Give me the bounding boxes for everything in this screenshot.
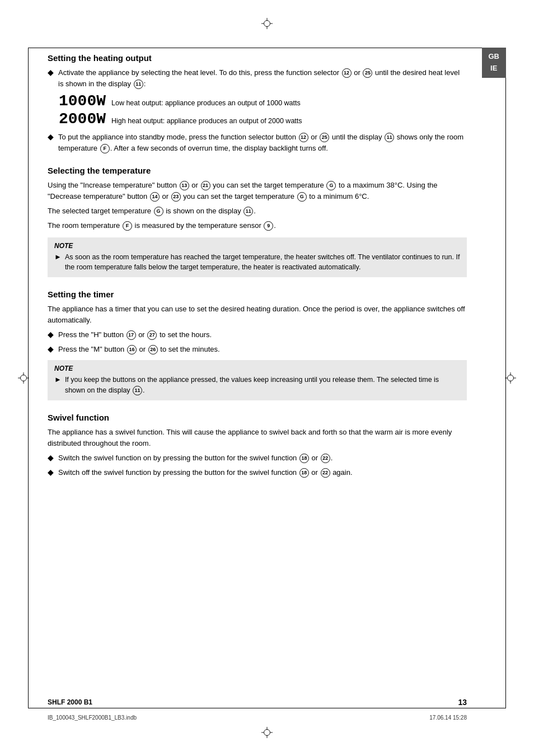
- badge-18b: 18: [299, 468, 309, 478]
- note-arrow-1: ►: [54, 253, 62, 261]
- badge-27: 27: [147, 330, 157, 340]
- badge-18a: 18: [299, 454, 309, 463]
- timer-note-item: ► If you keep the buttons on the applian…: [54, 375, 460, 396]
- timer-para1: The appliance has a timer that you can u…: [48, 304, 467, 326]
- footer: SHLF 2000 B1 13: [48, 698, 467, 707]
- footer-page-number: 13: [458, 698, 467, 707]
- svg-point-15: [508, 375, 514, 381]
- badge-22a: 22: [321, 454, 330, 463]
- footer-model: SHLF 2000 B1: [48, 698, 92, 706]
- bullet-diamond-swivel-2: ◆: [48, 468, 54, 477]
- selecting-temp-para2: The selected target temperature G is sho…: [48, 206, 467, 217]
- heating-bullet-1: ◆ Activate the appliance by selecting th…: [48, 67, 467, 89]
- setting-timer-heading: Setting the timer: [48, 290, 467, 299]
- swivel-bullet-1: ◆ Switch the swivel function on by press…: [48, 452, 467, 464]
- footer-file-info: IB_100043_SHLF2000B1_LB3.indb 17.06.14 1…: [48, 715, 467, 721]
- bullet-diamond-2: ◆: [48, 132, 54, 141]
- page: GB IE Setting the heating output ◆ Activ…: [0, 0, 534, 756]
- selecting-temperature-heading: Selecting the temperature: [48, 166, 467, 175]
- temperature-note-box: NOTE ► As soon as the room temperature h…: [48, 237, 467, 278]
- wattage-1000-number: 1000W: [59, 94, 106, 109]
- border-bottom: [28, 708, 506, 708]
- wattage-1000-desc: Low heat output: appliance produces an o…: [111, 99, 301, 109]
- swivel-para1: The appliance has a swivel function. Thi…: [48, 427, 467, 449]
- selecting-temp-para3: The room temperature F is measured by th…: [48, 220, 467, 231]
- badge-14: 14: [150, 192, 160, 202]
- badge-23: 23: [171, 192, 181, 202]
- country-badge: GB IE: [482, 48, 507, 78]
- heating-bullet-2-text: To put the appliance into standby mode, …: [58, 132, 467, 153]
- country-line2: IE: [489, 63, 500, 74]
- bullet-diamond-1: ◆: [48, 68, 54, 77]
- wattage-1000-row: 1000W Low heat output: appliance produce…: [59, 94, 467, 109]
- timer-note-label: NOTE: [54, 365, 460, 372]
- timer-bullet-1: ◆ Press the "H" button 17 or 27 to set t…: [48, 329, 467, 340]
- swivel-bullet-1-text: Switch the swivel function on by pressin…: [58, 452, 467, 464]
- heating-bullet-2: ◆ To put the appliance into standby mode…: [48, 132, 467, 153]
- badge-11b: 11: [385, 133, 394, 142]
- crosshair-right: [505, 372, 516, 384]
- badge-f: F: [100, 144, 110, 153]
- badge-13: 13: [180, 181, 189, 190]
- wattage-2000-row: 2000W High heat output: appliance produc…: [59, 111, 467, 127]
- selecting-temp-para1: Using the "Increase temperature" button …: [48, 180, 467, 202]
- temperature-note-label: NOTE: [54, 242, 460, 250]
- badge-25b: 25: [320, 133, 329, 142]
- timer-bullet-1-text: Press the "H" button 17 or 27 to set the…: [58, 329, 467, 340]
- badge-16: 16: [127, 345, 137, 354]
- border-top: [28, 48, 506, 48]
- badge-21: 21: [201, 181, 210, 190]
- badge-f2: F: [123, 221, 132, 231]
- crosshair-left: [18, 372, 29, 384]
- crosshair-top: [261, 18, 273, 29]
- swivel-function-heading: Swivel function: [48, 413, 467, 422]
- timer-note-text: If you keep the buttons on the appliance…: [65, 375, 460, 396]
- badge-g3: G: [154, 207, 163, 216]
- heating-output-heading: Setting the heating output: [48, 53, 467, 63]
- svg-point-0: [264, 21, 270, 27]
- svg-point-10: [21, 375, 27, 381]
- bullet-diamond-timer-2: ◆: [48, 344, 54, 353]
- footer-document-id: IB_100043_SHLF2000B1_LB3.indb: [48, 715, 137, 721]
- note-arrow-2: ►: [54, 375, 62, 384]
- main-content: Setting the heating output ◆ Activate th…: [48, 53, 467, 700]
- badge-22b: 22: [321, 468, 330, 478]
- badge-26: 26: [148, 345, 158, 354]
- badge-11d: 11: [133, 386, 142, 395]
- timer-bullet-2: ◆ Press the "M" button 16 or 26 to set t…: [48, 344, 467, 355]
- timer-bullet-2-text: Press the "M" button 16 or 26 to set the…: [58, 344, 467, 355]
- bullet-diamond-swivel-1: ◆: [48, 453, 54, 462]
- bullet-diamond-timer-1: ◆: [48, 330, 54, 339]
- wattage-2000-number: 2000W: [59, 111, 106, 127]
- temperature-note-text: As soon as the room temperature has reac…: [65, 252, 460, 273]
- badge-g1: G: [326, 181, 336, 190]
- wattage-2000-desc: High heat output: appliance produces an …: [111, 116, 302, 127]
- badge-11: 11: [134, 80, 143, 89]
- temperature-note-item: ► As soon as the room temperature has re…: [54, 252, 460, 273]
- badge-17: 17: [127, 330, 136, 340]
- crosshair-bottom: [261, 727, 273, 738]
- country-line1: GB: [489, 51, 500, 63]
- svg-point-5: [264, 730, 270, 736]
- heating-bullet-1-text: Activate the appliance by selecting the …: [58, 67, 467, 89]
- badge-11c: 11: [243, 207, 253, 216]
- timer-note-box: NOTE ► If you keep the buttons on the ap…: [48, 360, 467, 400]
- wattage-block: 1000W Low heat output: appliance produce…: [59, 94, 467, 127]
- badge-12b: 12: [299, 133, 308, 142]
- badge-g2: G: [297, 192, 307, 202]
- badge-25: 25: [363, 68, 372, 78]
- footer-date: 17.06.14 15:28: [429, 715, 467, 721]
- badge-12: 12: [342, 68, 352, 78]
- swivel-bullet-2: ◆ Switch off the swivel function by pres…: [48, 467, 467, 478]
- swivel-bullet-2-text: Switch off the swivel function by pressi…: [58, 467, 467, 478]
- badge-9: 9: [264, 221, 273, 231]
